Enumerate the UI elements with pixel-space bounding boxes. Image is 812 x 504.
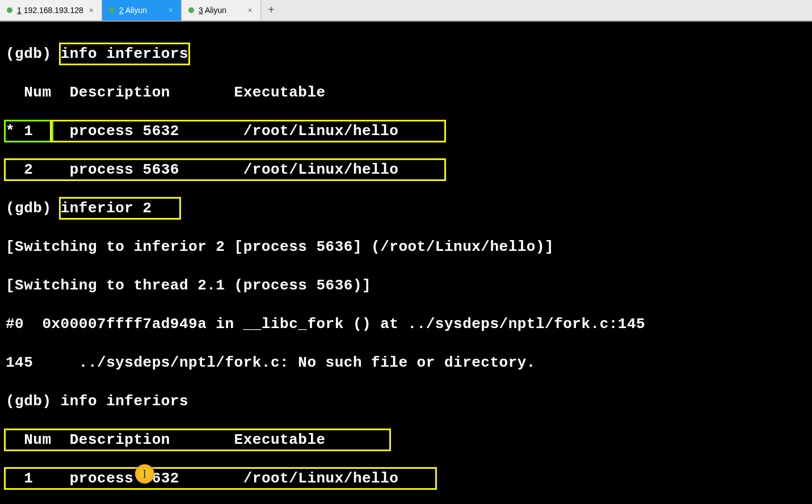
tab-2[interactable]: 2 Aliyun × — [102, 0, 182, 20]
inferior-row: 2 process 5636 /root/Linux/hello — [4, 158, 446, 181]
inferior-row: process 5632 /root/Linux/hello — [50, 120, 446, 142]
status-dot-icon — [188, 7, 194, 13]
tab-label: 3 Aliyun — [199, 6, 242, 15]
mouse-highlight-icon — [135, 464, 154, 484]
new-tab-button[interactable]: + — [261, 0, 281, 20]
output-line: [Switching to thread 2.1 (process 5636)] — [6, 276, 806, 295]
close-icon[interactable]: × — [167, 6, 174, 15]
terminal[interactable]: (gdb) info inferiors Num Description Exe… — [0, 22, 812, 504]
cmd-info-inferiors: info inferiors — [61, 393, 188, 410]
active-inferior-marker: * 1 — [4, 120, 53, 142]
cmd-inferior-2: inferior 2 — [59, 197, 181, 220]
tab-bar: 1 192.168.193.128 × 2 Aliyun × 3 Aliyun … — [0, 0, 812, 22]
gdb-prompt: (gdb) — [6, 393, 61, 410]
inferiors-header: Num Description Executable — [4, 429, 391, 451]
tab-label: 1 192.168.193.128 — [17, 6, 83, 15]
gdb-prompt: (gdb) — [6, 200, 61, 217]
output-line: [Switching to inferior 2 [process 5636] … — [6, 237, 806, 257]
tab-1[interactable]: 1 192.168.193.128 × — [0, 0, 102, 20]
gdb-prompt: (gdb) — [6, 45, 61, 62]
tab-3[interactable]: 3 Aliyun × — [182, 0, 261, 20]
header-desc: Description — [52, 84, 170, 101]
header-num: Num — [6, 84, 52, 101]
inferior-row: 1 process 5632 /root/Linux/hello — [4, 467, 437, 490]
header-exec: Executable — [170, 84, 389, 101]
tab-label: 2 Aliyun — [119, 6, 163, 15]
close-icon[interactable]: × — [88, 6, 95, 15]
status-dot-icon — [109, 7, 115, 13]
status-dot-icon — [7, 7, 12, 13]
output-line: #0 0x00007ffff7ad949a in __libc_fork () … — [6, 314, 806, 334]
output-line: 145 ../sysdeps/nptl/fork.c: No such file… — [6, 353, 806, 372]
close-icon[interactable]: × — [247, 6, 254, 15]
cmd-info-inferiors: info inferiors — [59, 43, 190, 65]
